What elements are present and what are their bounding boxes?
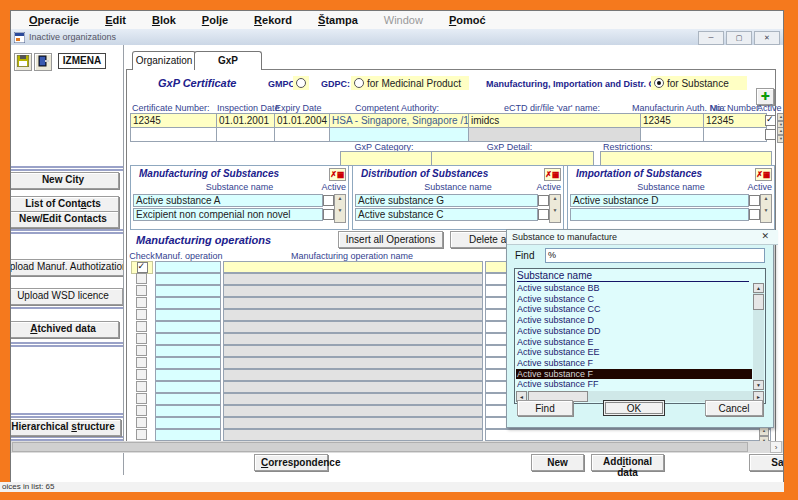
minimize-button[interactable]: ─: [698, 31, 724, 45]
substance-active-checkbox[interactable]: [749, 195, 760, 206]
substance-list-item[interactable]: Active substance EE: [516, 347, 752, 358]
substance-list-item[interactable]: Active substance C: [516, 294, 752, 305]
operation-checkbox[interactable]: [136, 345, 147, 356]
operation-code-field[interactable]: [155, 309, 221, 321]
substance-active-checkbox[interactable]: [749, 209, 760, 220]
operation-name-field[interactable]: [223, 297, 483, 309]
operation-name-field[interactable]: [223, 321, 483, 333]
competent-authority-field-2[interactable]: [329, 127, 471, 142]
ectd-field[interactable]: imidcs: [468, 113, 642, 128]
substance-list-item[interactable]: Active substance FF: [516, 379, 752, 390]
correspondence-button[interactable]: Correspondence: [254, 454, 328, 471]
operation-code-field[interactable]: [155, 273, 221, 285]
dialog-find-button[interactable]: Find: [517, 400, 573, 416]
operation-name-field[interactable]: [223, 393, 483, 405]
inspection-date-field-2[interactable]: [216, 127, 277, 142]
operation-name-field[interactable]: [223, 309, 483, 321]
tab-organization[interactable]: Organization: [132, 51, 196, 70]
record-spinner-2[interactable]: ▲▼: [777, 127, 784, 140]
operation-checkbox[interactable]: [136, 333, 147, 344]
sidebar-button-atchived-data[interactable]: Atchived data: [10, 321, 119, 338]
substance-scrollbar[interactable]: ▲▼: [549, 194, 561, 223]
operation-code-field[interactable]: [155, 261, 221, 273]
insert-all-operations-button[interactable]: Insert all Operations: [338, 231, 443, 248]
mia-number-field[interactable]: 12345: [703, 113, 767, 128]
active-checkbox-row1[interactable]: [765, 115, 776, 126]
sidebar-button-upload-wsd-licence[interactable]: Upload WSD licence: [10, 288, 123, 305]
substance-list-item[interactable]: Active substance F: [516, 358, 752, 369]
operation-name-field[interactable]: [223, 273, 483, 285]
gdpc-radio[interactable]: for Medicinal Product: [351, 76, 469, 90]
operation-code-field[interactable]: [155, 417, 221, 429]
dialog-close-icon[interactable]: ✕: [761, 231, 769, 241]
operation-code-field[interactable]: [155, 333, 221, 345]
list-vscrollbar[interactable]: ▲ ▼: [753, 283, 764, 390]
operation-name-field[interactable]: [223, 357, 483, 369]
operation-code-field[interactable]: [155, 429, 221, 441]
competent-authority-field[interactable]: HSA - Singapore, Singapore /100337/: [329, 113, 471, 128]
substance-active-checkbox[interactable]: [538, 195, 549, 206]
active-checkbox-row2[interactable]: [765, 129, 776, 140]
substance-scrollbar[interactable]: ▲▼: [760, 194, 772, 223]
scroll-down-icon[interactable]: ▼: [753, 380, 764, 390]
new-button[interactable]: New: [531, 454, 584, 471]
record-spinner[interactable]: ▲▼: [777, 113, 784, 126]
operation-name-field[interactable]: [223, 417, 483, 429]
substance-field[interactable]: Active substance G: [355, 194, 538, 207]
operation-name-field[interactable]: [223, 261, 483, 273]
substance-list-item[interactable]: Active substance CC: [516, 304, 752, 315]
for-substance-radio[interactable]: for Substance: [651, 76, 747, 90]
menu-polje[interactable]: Polje: [202, 14, 228, 26]
operation-code-field[interactable]: [155, 285, 221, 297]
manuf-auth-no-field[interactable]: 12345: [640, 113, 706, 128]
gmpc-radio[interactable]: [293, 76, 309, 90]
menu-edit[interactable]: Edit: [105, 14, 126, 26]
substance-list-item[interactable]: Active substance D: [516, 315, 752, 326]
substance-list-item[interactable]: Active substance DD: [516, 326, 752, 337]
operation-code-field[interactable]: [155, 369, 221, 381]
substance-active-checkbox[interactable]: [538, 209, 549, 220]
operation-code-field[interactable]: [155, 405, 221, 417]
operation-name-field[interactable]: [223, 333, 483, 345]
manuf-auth-no-field-2[interactable]: [640, 127, 706, 142]
operation-name-field[interactable]: [223, 285, 483, 297]
restrictions-field[interactable]: [600, 151, 772, 166]
menu-operacije[interactable]: Operacije: [29, 14, 79, 26]
substance-scrollbar[interactable]: ▲▼: [334, 194, 346, 223]
operation-extra-field[interactable]: [485, 429, 771, 441]
operation-checkbox[interactable]: [136, 405, 147, 416]
substance-field[interactable]: Active substance C: [355, 208, 538, 221]
sidebar-button-new-edit-contacts[interactable]: New/Edit Contacts: [10, 211, 119, 228]
operation-checkbox[interactable]: [136, 381, 147, 392]
substance-list-item[interactable]: Active substance E: [516, 337, 752, 348]
substance-field[interactable]: Active substance D: [570, 194, 749, 207]
operation-checkbox[interactable]: [136, 297, 147, 308]
substance-list-item-selected[interactable]: Active substance F: [516, 369, 752, 380]
operation-code-field[interactable]: [155, 381, 221, 393]
operation-checkbox[interactable]: [136, 429, 147, 440]
operation-name-field[interactable]: [223, 405, 483, 417]
operation-checkbox[interactable]: [136, 321, 147, 332]
dialog-cancel-button[interactable]: Cancel: [705, 400, 763, 416]
scroll-up-icon[interactable]: ▲: [753, 283, 764, 293]
operation-code-field[interactable]: [155, 321, 221, 333]
expiry-date-field[interactable]: 01.01.2004: [274, 113, 332, 128]
delete-rows-icon[interactable]: ✗▦: [544, 168, 561, 181]
exit-button[interactable]: [34, 53, 52, 71]
substance-field[interactable]: Active substance A: [133, 194, 323, 207]
sidebar-button-new-city[interactable]: New City: [10, 172, 119, 189]
additional-data-button[interactable]: Additional data: [591, 454, 664, 471]
operation-checkbox[interactable]: [136, 369, 147, 380]
certificate-number-field-2[interactable]: [130, 127, 219, 142]
operation-name-field[interactable]: [223, 381, 483, 393]
app-hscrollbar-thumb[interactable]: [12, 442, 748, 452]
dialog-ok-button[interactable]: OK: [603, 400, 665, 416]
operation-checkbox[interactable]: [137, 262, 148, 273]
substance-field[interactable]: [570, 208, 749, 221]
operation-checkbox[interactable]: [136, 273, 147, 284]
find-input[interactable]: %: [545, 248, 765, 263]
operation-name-field[interactable]: [223, 345, 483, 357]
sidebar-button-hierarchical-structure[interactable]: Hierarchical structure: [10, 419, 121, 436]
sidebar-button-upload-manuf-authotization[interactable]: Upload Manuf. Authotization: [10, 259, 131, 276]
substance-list-item[interactable]: Active substance BB: [516, 283, 752, 294]
